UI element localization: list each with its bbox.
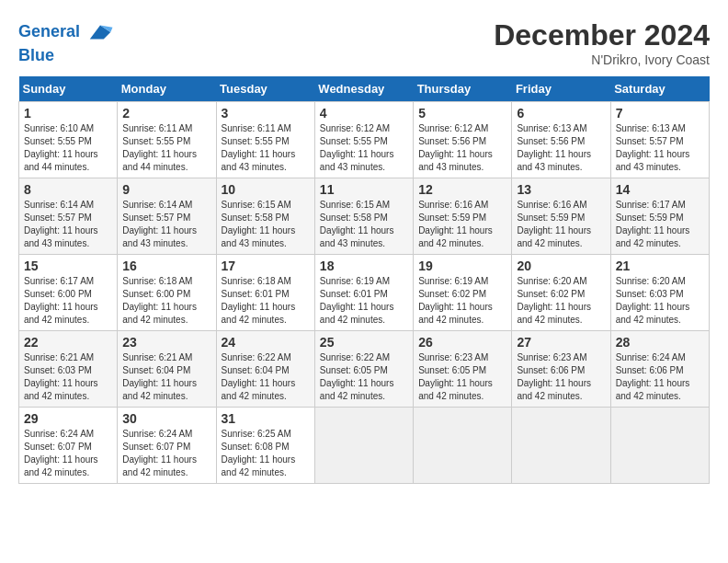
week-row-3: 15 Sunrise: 6:17 AMSunset: 6:00 PMDaylig…: [19, 255, 710, 331]
title-block: December 2024 N'Drikro, Ivory Coast: [494, 18, 710, 67]
day-info: Sunrise: 6:14 AMSunset: 5:57 PMDaylight:…: [24, 200, 98, 248]
day-info: Sunrise: 6:22 AMSunset: 6:05 PMDaylight:…: [320, 352, 394, 401]
day-info: Sunrise: 6:18 AMSunset: 6:00 PMDaylight:…: [122, 276, 197, 325]
day-info: Sunrise: 6:23 AMSunset: 6:06 PMDaylight:…: [517, 352, 591, 401]
day-number: 20: [517, 259, 605, 273]
day-number: 25: [320, 335, 408, 350]
calendar-cell: 19 Sunrise: 6:19 AMSunset: 6:02 PMDaylig…: [414, 255, 512, 331]
day-info: Sunrise: 6:22 AMSunset: 6:04 PMDaylight:…: [222, 352, 296, 401]
calendar-cell: 28 Sunrise: 6:24 AMSunset: 6:06 PMDaylig…: [610, 331, 709, 408]
day-number: 13: [517, 182, 605, 197]
day-number: 3: [222, 106, 310, 121]
day-info: Sunrise: 6:25 AMSunset: 6:08 PMDaylight:…: [222, 429, 296, 477]
header-friday: Friday: [512, 76, 610, 102]
day-number: 16: [122, 259, 210, 273]
day-info: Sunrise: 6:21 AMSunset: 6:04 PMDaylight:…: [122, 352, 197, 401]
day-number: 9: [122, 182, 210, 197]
calendar-cell: 5 Sunrise: 6:12 AMSunset: 5:56 PMDayligh…: [414, 102, 512, 178]
calendar-cell: 27 Sunrise: 6:23 AMSunset: 6:06 PMDaylig…: [512, 331, 610, 408]
day-number: 24: [222, 335, 310, 350]
day-info: Sunrise: 6:13 AMSunset: 5:56 PMDaylight:…: [517, 123, 591, 172]
calendar-cell: 2 Sunrise: 6:11 AMSunset: 5:55 PMDayligh…: [118, 102, 216, 178]
day-info: Sunrise: 6:19 AMSunset: 6:02 PMDaylight:…: [418, 276, 493, 325]
day-info: Sunrise: 6:24 AMSunset: 6:07 PMDaylight:…: [122, 429, 197, 477]
calendar-cell: 17 Sunrise: 6:18 AMSunset: 6:01 PMDaylig…: [216, 255, 314, 331]
calendar-cell: 10 Sunrise: 6:15 AMSunset: 5:58 PMDaylig…: [216, 178, 314, 255]
calendar-cell: 3 Sunrise: 6:11 AMSunset: 5:55 PMDayligh…: [216, 102, 314, 178]
day-info: Sunrise: 6:23 AMSunset: 6:05 PMDaylight:…: [418, 352, 493, 401]
day-info: Sunrise: 6:24 AMSunset: 6:07 PMDaylight:…: [24, 429, 98, 477]
day-number: 15: [24, 259, 112, 273]
calendar-cell: 18 Sunrise: 6:19 AMSunset: 6:01 PMDaylig…: [314, 255, 413, 331]
calendar-cell: 16 Sunrise: 6:18 AMSunset: 6:00 PMDaylig…: [118, 255, 216, 331]
calendar-cell: [314, 408, 413, 484]
calendar-cell: 9 Sunrise: 6:14 AMSunset: 5:57 PMDayligh…: [118, 178, 216, 255]
day-number: 31: [222, 411, 310, 426]
day-info: Sunrise: 6:15 AMSunset: 5:58 PMDaylight:…: [222, 200, 296, 248]
week-row-5: 29 Sunrise: 6:24 AMSunset: 6:07 PMDaylig…: [19, 408, 710, 484]
day-number: 17: [222, 259, 310, 273]
header-monday: Monday: [118, 76, 216, 102]
calendar-cell: [414, 408, 512, 484]
calendar-cell: 15 Sunrise: 6:17 AMSunset: 6:00 PMDaylig…: [19, 255, 118, 331]
calendar-cell: 4 Sunrise: 6:12 AMSunset: 5:55 PMDayligh…: [314, 102, 413, 178]
day-number: 14: [616, 182, 704, 197]
logo-text: General: [18, 18, 114, 46]
day-number: 30: [122, 411, 210, 426]
day-info: Sunrise: 6:24 AMSunset: 6:06 PMDaylight:…: [616, 352, 690, 401]
calendar-cell: 1 Sunrise: 6:10 AMSunset: 5:55 PMDayligh…: [19, 102, 118, 178]
header-saturday: Saturday: [610, 76, 709, 102]
day-info: Sunrise: 6:13 AMSunset: 5:57 PMDaylight:…: [616, 123, 690, 172]
day-info: Sunrise: 6:19 AMSunset: 6:01 PMDaylight:…: [320, 276, 394, 325]
day-number: 19: [418, 259, 506, 273]
calendar-cell: 21 Sunrise: 6:20 AMSunset: 6:03 PMDaylig…: [610, 255, 709, 331]
day-number: 29: [24, 411, 112, 426]
day-info: Sunrise: 6:15 AMSunset: 5:58 PMDaylight:…: [320, 200, 394, 248]
calendar-cell: 24 Sunrise: 6:22 AMSunset: 6:04 PMDaylig…: [216, 331, 314, 408]
logo: General Blue: [18, 18, 114, 66]
day-info: Sunrise: 6:20 AMSunset: 6:02 PMDaylight:…: [517, 276, 591, 325]
day-number: 7: [616, 106, 704, 121]
calendar-cell: 22 Sunrise: 6:21 AMSunset: 6:03 PMDaylig…: [19, 331, 118, 408]
week-row-1: 1 Sunrise: 6:10 AMSunset: 5:55 PMDayligh…: [19, 102, 710, 178]
day-info: Sunrise: 6:10 AMSunset: 5:55 PMDaylight:…: [24, 123, 98, 172]
header-thursday: Thursday: [414, 76, 512, 102]
day-info: Sunrise: 6:20 AMSunset: 6:03 PMDaylight:…: [616, 276, 690, 325]
day-info: Sunrise: 6:16 AMSunset: 5:59 PMDaylight:…: [418, 200, 493, 248]
header-wednesday: Wednesday: [314, 76, 413, 102]
day-info: Sunrise: 6:16 AMSunset: 5:59 PMDaylight:…: [517, 200, 591, 248]
header-sunday: Sunday: [19, 76, 118, 102]
day-info: Sunrise: 6:18 AMSunset: 6:01 PMDaylight:…: [222, 276, 296, 325]
calendar-cell: 12 Sunrise: 6:16 AMSunset: 5:59 PMDaylig…: [414, 178, 512, 255]
day-number: 5: [418, 106, 506, 121]
day-number: 10: [222, 182, 310, 197]
calendar-cell: [512, 408, 610, 484]
calendar-cell: 26 Sunrise: 6:23 AMSunset: 6:05 PMDaylig…: [414, 331, 512, 408]
calendar-cell: 25 Sunrise: 6:22 AMSunset: 6:05 PMDaylig…: [314, 331, 413, 408]
day-number: 1: [24, 106, 112, 121]
week-row-2: 8 Sunrise: 6:14 AMSunset: 5:57 PMDayligh…: [19, 178, 710, 255]
header-tuesday: Tuesday: [216, 76, 314, 102]
day-number: 21: [616, 259, 704, 273]
day-number: 8: [24, 182, 112, 197]
day-number: 22: [24, 335, 112, 350]
day-info: Sunrise: 6:11 AMSunset: 5:55 PMDaylight:…: [122, 123, 197, 172]
calendar-cell: 6 Sunrise: 6:13 AMSunset: 5:56 PMDayligh…: [512, 102, 610, 178]
day-info: Sunrise: 6:12 AMSunset: 5:56 PMDaylight:…: [418, 123, 493, 172]
page-header: General Blue December 2024 N'Drikro, Ivo…: [18, 18, 710, 67]
day-info: Sunrise: 6:17 AMSunset: 5:59 PMDaylight:…: [616, 200, 690, 248]
day-info: Sunrise: 6:14 AMSunset: 5:57 PMDaylight:…: [122, 200, 197, 248]
calendar-cell: 7 Sunrise: 6:13 AMSunset: 5:57 PMDayligh…: [610, 102, 709, 178]
week-row-4: 22 Sunrise: 6:21 AMSunset: 6:03 PMDaylig…: [19, 331, 710, 408]
calendar-cell: 13 Sunrise: 6:16 AMSunset: 5:59 PMDaylig…: [512, 178, 610, 255]
calendar-cell: 31 Sunrise: 6:25 AMSunset: 6:08 PMDaylig…: [216, 408, 314, 484]
calendar-cell: [610, 408, 709, 484]
calendar-table: SundayMondayTuesdayWednesdayThursdayFrid…: [18, 76, 710, 484]
day-number: 6: [517, 106, 605, 121]
calendar-cell: 14 Sunrise: 6:17 AMSunset: 5:59 PMDaylig…: [610, 178, 709, 255]
day-info: Sunrise: 6:11 AMSunset: 5:55 PMDaylight:…: [222, 123, 296, 172]
month-title: December 2024: [494, 18, 710, 52]
day-info: Sunrise: 6:17 AMSunset: 6:00 PMDaylight:…: [24, 276, 98, 325]
calendar-cell: 8 Sunrise: 6:14 AMSunset: 5:57 PMDayligh…: [19, 178, 118, 255]
day-info: Sunrise: 6:12 AMSunset: 5:55 PMDaylight:…: [320, 123, 394, 172]
